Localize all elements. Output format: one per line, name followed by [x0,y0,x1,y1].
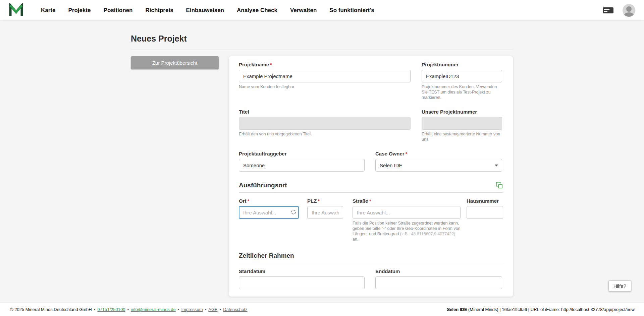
chevron-down-icon [495,165,498,167]
page-title: Neues Projekt [131,34,513,49]
nav-item-analyse-check[interactable]: Analyse Check [237,7,277,13]
field-enddatum: Enddatum [375,268,502,289]
projektauftraggeber-input[interactable] [239,159,365,172]
hausnummer-label: Hausnummer [467,198,503,204]
strasse-helper-example: (z.B.: 48.8115607,9.4077422) [400,232,455,236]
field-case-owner: Case Owner* Selen IDE [375,151,502,172]
enddatum-label: Enddatum [375,268,502,274]
copy-icon [496,182,503,189]
plz-label: PLZ* [307,198,343,204]
field-titel: Titel Erhält den von uns vorgegebenen Ti… [239,109,411,142]
back-to-project-overview-button[interactable]: Zur Projektübersicht [131,56,219,69]
avatar-body-shape [624,12,634,17]
footer-datenschutz-link[interactable]: Datenschutz [223,307,247,312]
startdatum-label: Startdatum [239,268,365,274]
unsere-projektnummer-input [422,117,502,130]
row-address-fields: Ort* PLZ* [239,198,503,242]
session-user: Selen IDE [447,307,467,312]
startdatum-input[interactable] [239,276,365,289]
field-ort: Ort* [239,198,299,242]
field-projektnummer: Projektnummer Projektnummer des Kunden. … [422,62,502,100]
logo[interactable] [9,3,23,17]
footer-impressum-link[interactable]: Impressum [181,307,203,312]
main-content: Neues Projekt Zur Projektübersicht Proje… [0,20,644,303]
ort-input[interactable] [239,206,299,219]
case-owner-label: Case Owner* [375,151,502,157]
nav-item-verwalten[interactable]: Verwalten [290,7,317,13]
row-titel-unsere-projektnummer: Titel Erhält den von uns vorgegebenen Ti… [239,109,503,142]
titel-helper: Erhält den von uns vorgegebenen Titel. [239,131,411,137]
field-plz: PLZ* [307,198,343,242]
footer: © 2025 Mineral Minds Deutschland GmbH • … [0,303,644,316]
strasse-helper: Falls die Position keiner Straße zugeord… [353,220,461,242]
titel-input [239,117,411,130]
field-projektname: Projektname* Name vom Kunden festlegbar [239,62,411,100]
case-owner-select[interactable]: Selen IDE [375,159,502,172]
section-ausfuehrungsort: Ausführungsort [239,182,503,193]
projektname-input[interactable] [239,70,411,82]
terminal-icon[interactable] [602,6,614,14]
footer-left: © 2025 Mineral Minds Deutschland GmbH • … [10,307,248,312]
required-marker: * [270,62,272,67]
required-marker: * [369,198,371,204]
projektnummer-helper: Projektnummer des Kunden. Verwenden Sie … [422,84,502,100]
copy-address-button[interactable] [496,182,503,189]
row-auftraggeber-caseowner: Projektauftraggeber Case Owner* Selen ID… [239,151,503,172]
strasse-input[interactable] [353,206,461,219]
footer-agb-link[interactable]: AGB [208,307,217,312]
projektname-helper: Name vom Kunden festlegbar [239,84,411,89]
field-hausnummer: Hausnummer [467,198,503,242]
field-projektauftraggeber: Projektauftraggeber [239,151,365,172]
main-navigation: Karte Projekte Positionen Richtpreis Ein… [41,7,374,14]
nav-item-projekte[interactable]: Projekte [68,7,91,13]
row-dates: Startdatum Enddatum [239,268,503,289]
required-marker: * [406,151,408,156]
case-owner-selected-value: Selen IDE [380,163,402,168]
nav-item-positionen[interactable]: Positionen [104,7,133,13]
avatar-head-shape [626,6,632,12]
copyright-text: © 2025 Mineral Minds Deutschland GmbH [10,307,92,312]
projektnummer-input[interactable] [422,70,502,82]
footer-phone-link[interactable]: 07151/250100 [97,307,125,312]
required-marker: * [318,198,320,204]
required-marker: * [248,198,250,204]
zeitlicher-rahmen-title: Zeitlicher Rahmen [239,252,294,259]
field-strasse: Straße* Falls die Position keiner Straße… [353,198,461,242]
user-avatar[interactable] [623,4,635,17]
help-button[interactable]: Hilfe? [608,280,631,292]
titel-label: Titel [239,109,411,115]
row-projektname-projektnummer: Projektname* Name vom Kunden festlegbar … [239,62,503,100]
plz-input[interactable] [307,206,343,219]
unsere-projektnummer-label: Unsere Projektnummer [422,109,502,115]
strasse-label: Straße* [353,198,461,204]
enddatum-input[interactable] [375,276,502,289]
nav-item-karte[interactable]: Karte [41,7,55,13]
session-details: (Mineral Minds) | 16fae1ffc6a6 | URL of … [467,307,635,312]
nav-item-einbauweisen[interactable]: Einbauweisen [186,7,224,13]
ausfuehrungsort-title: Ausführungsort [239,182,287,189]
hausnummer-input[interactable] [467,206,503,219]
projektname-label: Projektname* [239,62,411,68]
footer-session-info: Selen IDE (Mineral Minds) | 16fae1ffc6a6… [447,307,635,312]
field-unsere-projektnummer: Unsere Projektnummer Erhält eine systemg… [422,109,502,142]
unsere-projektnummer-helper: Erhält eine systemgenerierte Nummer von … [422,131,502,142]
ort-label: Ort* [239,198,299,204]
projektauftraggeber-label: Projektauftraggeber [239,151,365,157]
new-project-form-card: Projektname* Name vom Kunden festlegbar … [229,56,513,297]
nav-item-so-funktionierts[interactable]: So funktioniert's [329,7,374,13]
loading-spinner-icon [291,210,296,214]
nav-item-richtpreis[interactable]: Richtpreis [145,7,173,13]
mineral-minds-logo-icon [9,3,23,17]
projektnummer-label: Projektnummer [422,62,502,68]
section-zeitlicher-rahmen: Zeitlicher Rahmen [239,252,503,263]
footer-email-link[interactable]: info@mineral-minds.de [131,307,176,312]
top-navbar: Karte Projekte Positionen Richtpreis Ein… [0,0,644,20]
field-startdatum: Startdatum [239,268,365,289]
